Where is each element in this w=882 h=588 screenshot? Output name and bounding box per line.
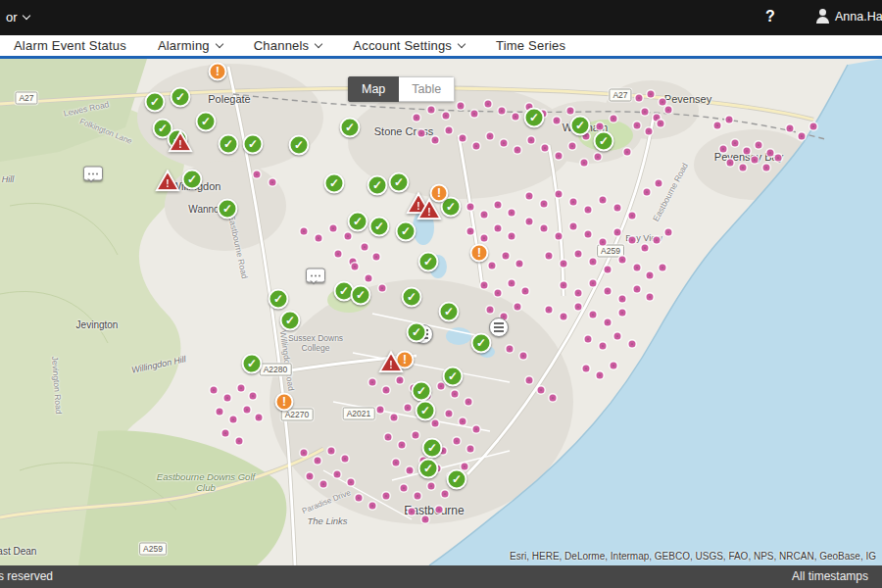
cluster-marker[interactable] <box>428 107 435 114</box>
ok-status-marker[interactable]: ✓ <box>280 311 301 331</box>
ok-status-marker[interactable]: ✓ <box>351 285 371 306</box>
cluster-marker[interactable] <box>397 377 404 384</box>
map-canvas[interactable]: PolegateStone CrossPevenseyWesthamPevens… <box>0 59 882 565</box>
cluster-marker[interactable] <box>369 503 376 510</box>
cluster-marker[interactable] <box>460 418 466 425</box>
ok-status-marker[interactable]: ✓ <box>242 354 263 374</box>
ok-status-marker[interactable]: ✓ <box>324 173 345 194</box>
cluster-marker[interactable] <box>756 142 762 149</box>
cluster-marker[interactable] <box>471 111 478 118</box>
user-menu[interactable]: Anna.Ha <box>815 9 882 24</box>
ok-status-marker[interactable]: ✓ <box>570 116 591 136</box>
cluster-marker[interactable] <box>489 263 496 270</box>
cluster-marker[interactable] <box>407 467 414 474</box>
cluster-marker[interactable] <box>541 225 548 232</box>
cluster-marker[interactable] <box>642 109 649 116</box>
cluster-marker[interactable] <box>250 393 257 400</box>
cluster-marker[interactable] <box>352 264 359 270</box>
cluster-marker[interactable] <box>485 101 492 108</box>
cluster-marker[interactable] <box>619 257 626 264</box>
cluster-marker[interactable] <box>646 128 653 135</box>
cluster-marker[interactable] <box>436 507 443 514</box>
cluster-marker[interactable] <box>590 280 597 287</box>
cluster-marker[interactable] <box>301 228 308 235</box>
cluster-marker[interactable] <box>611 116 617 122</box>
cluster-marker[interactable] <box>634 122 641 129</box>
cluster-marker[interactable] <box>391 415 398 421</box>
cluster-marker[interactable] <box>570 223 577 230</box>
cluster-marker[interactable] <box>413 432 419 439</box>
ok-status-marker[interactable]: ✓ <box>145 92 166 113</box>
cluster-marker[interactable] <box>377 407 384 414</box>
cluster-marker[interactable] <box>541 201 548 208</box>
cluster-marker[interactable] <box>458 103 465 110</box>
cluster-marker[interactable] <box>507 346 514 353</box>
cluster-marker[interactable] <box>556 233 563 240</box>
warning-status-marker[interactable]: ! <box>209 63 227 81</box>
cluster-marker[interactable] <box>767 150 774 157</box>
cluster-marker[interactable] <box>526 377 533 384</box>
ok-status-marker[interactable]: ✓ <box>443 367 464 387</box>
cluster-marker[interactable] <box>799 133 806 140</box>
cluster-marker[interactable] <box>328 448 335 455</box>
cluster-marker[interactable] <box>575 290 582 297</box>
cluster-marker[interactable] <box>654 237 661 244</box>
cluster-marker[interactable] <box>481 212 488 219</box>
cluster-marker[interactable] <box>236 438 243 445</box>
cluster-marker[interactable] <box>366 275 372 282</box>
list-marker-icon[interactable] <box>489 318 509 337</box>
cluster-marker[interactable] <box>405 405 412 412</box>
cluster-marker[interactable] <box>605 319 612 326</box>
cluster-marker[interactable] <box>428 483 435 490</box>
cluster-marker[interactable] <box>554 118 561 124</box>
cluster-marker[interactable] <box>454 438 461 445</box>
cluster-marker[interactable] <box>254 172 261 178</box>
cluster-marker[interactable] <box>595 154 602 161</box>
ok-status-marker[interactable]: ✓ <box>439 302 460 322</box>
cluster-marker[interactable] <box>481 282 488 289</box>
cluster-marker[interactable] <box>556 191 563 198</box>
cluster-marker[interactable] <box>634 286 641 293</box>
cluster-marker[interactable] <box>509 233 515 240</box>
ok-status-marker[interactable]: ✓ <box>396 221 416 242</box>
cluster-marker[interactable] <box>647 294 654 301</box>
cluster-marker[interactable] <box>495 202 502 209</box>
cluster-marker[interactable] <box>373 254 380 261</box>
cluster-marker[interactable] <box>443 113 450 120</box>
warning-status-marker[interactable]: ! <box>275 393 294 412</box>
cluster-marker[interactable] <box>335 251 342 258</box>
ok-status-marker[interactable]: ✓ <box>594 131 614 152</box>
cluster-marker[interactable] <box>385 434 392 441</box>
cluster-marker[interactable] <box>467 204 474 211</box>
cluster-marker[interactable] <box>514 304 521 311</box>
cluster-marker[interactable] <box>658 121 664 127</box>
cluster-marker[interactable] <box>732 140 739 147</box>
alarm-status-marker[interactable]: ! <box>168 130 193 153</box>
ok-status-marker[interactable]: ✓ <box>289 135 310 156</box>
ok-status-marker[interactable]: ✓ <box>422 438 443 459</box>
ok-status-marker[interactable]: ✓ <box>243 134 264 155</box>
cluster-marker[interactable] <box>270 179 276 186</box>
cluster-marker[interactable] <box>605 267 612 273</box>
nav-alarming[interactable]: Alarming <box>158 38 222 53</box>
cluster-marker[interactable] <box>575 251 582 258</box>
cluster-marker[interactable] <box>644 189 651 196</box>
cluster-marker[interactable] <box>614 333 621 340</box>
cluster-marker[interactable] <box>503 253 510 260</box>
cluster-marker[interactable] <box>348 479 355 486</box>
cluster-marker[interactable] <box>775 155 782 162</box>
cluster-marker[interactable] <box>409 509 416 515</box>
cluster-marker[interactable] <box>561 314 567 320</box>
cluster-marker[interactable] <box>629 341 636 348</box>
cluster-marker[interactable] <box>727 160 734 167</box>
map-view-button[interactable]: Map <box>348 76 399 102</box>
cluster-marker[interactable] <box>432 137 439 144</box>
cluster-marker[interactable] <box>244 407 251 414</box>
cluster-marker[interactable] <box>597 123 604 130</box>
cluster-marker[interactable] <box>473 143 480 150</box>
nav-time-series[interactable]: Time Series <box>496 38 565 53</box>
ok-status-marker[interactable]: ✓ <box>196 112 217 132</box>
cluster-marker[interactable] <box>569 143 576 150</box>
cluster-marker[interactable] <box>513 114 519 121</box>
cluster-marker[interactable] <box>665 229 672 236</box>
